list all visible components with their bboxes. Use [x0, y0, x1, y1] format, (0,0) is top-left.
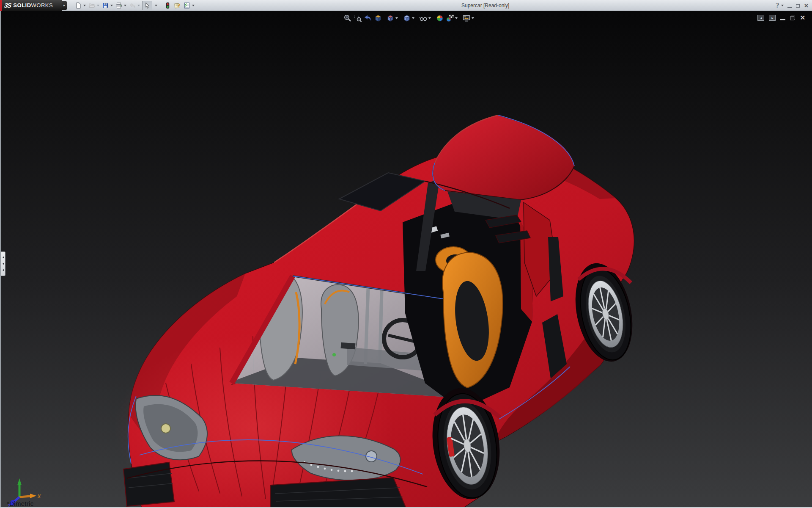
stoplight-icon [164, 2, 171, 9]
dropdown-arrow-icon[interactable] [455, 17, 458, 19]
view-orientation-icon [386, 14, 395, 22]
zoom-to-fit-button[interactable] [343, 14, 352, 22]
graphics-viewport[interactable]: ◄ ► ✕ X Z *Dimetric [0, 11, 812, 508]
printer-icon [115, 2, 123, 9]
select-tool-button[interactable] [142, 1, 152, 10]
new-document-icon [74, 2, 82, 9]
edit-appearance-button[interactable] [436, 14, 444, 22]
dropdown-arrow-icon[interactable] [110, 5, 113, 6]
document-window-controls: ◄ ► ✕ [757, 15, 805, 21]
save-floppy-icon [102, 2, 109, 9]
section-view-icon [374, 14, 382, 22]
dropdown-arrow-icon[interactable] [155, 5, 157, 6]
section-view-button[interactable] [374, 14, 382, 22]
restore-button[interactable] [796, 4, 800, 8]
apply-scene-button[interactable] [446, 14, 458, 22]
stoplight-button[interactable] [164, 2, 171, 9]
undo-button[interactable] [129, 2, 140, 9]
minimize-button[interactable] [787, 7, 792, 8]
collapse-arrow-icon [3, 269, 4, 271]
open-folder-icon [88, 2, 96, 9]
zoom-to-area-button[interactable] [354, 14, 362, 22]
view-settings-button[interactable] [462, 14, 475, 22]
titlebar-controls: ? ✕ [776, 0, 809, 11]
help-button[interactable]: ? [776, 2, 779, 9]
collapse-arrow-icon [3, 262, 4, 265]
feature-tree-collapsed-tab[interactable] [1, 251, 5, 276]
dropdown-arrow-icon[interactable] [83, 5, 86, 6]
edit-appearance-icon [436, 14, 444, 22]
dropdown-arrow-icon[interactable] [137, 5, 140, 6]
zoom-to-area-icon [354, 14, 362, 22]
display-style-icon [403, 14, 411, 22]
view-orientation-button[interactable] [386, 14, 399, 22]
next-window-button[interactable]: ► [769, 15, 776, 21]
help-dropdown-arrow-icon[interactable] [781, 5, 784, 6]
document-restore-button[interactable] [790, 16, 795, 20]
select-tool-dropdown[interactable] [154, 5, 157, 6]
view-settings-icon [462, 14, 471, 22]
brand-solid: SOLID [13, 2, 31, 8]
dropdown-arrow-icon[interactable] [124, 5, 126, 6]
dropdown-arrow-icon[interactable] [472, 17, 474, 19]
brand-works: WORKS [31, 2, 53, 8]
previous-view-icon [364, 14, 372, 22]
save-button[interactable] [102, 2, 113, 9]
car-model[interactable] [114, 115, 641, 508]
select-cursor-icon [143, 2, 151, 9]
open-button[interactable] [88, 2, 99, 9]
options-checklist-icon [183, 2, 191, 9]
close-button[interactable]: ✕ [804, 3, 809, 9]
menu-expand-button[interactable]: ▸ [62, 1, 67, 10]
collapse-arrow-icon [3, 256, 4, 259]
car-model-canvas[interactable] [0, 11, 812, 508]
dropdown-arrow-icon[interactable] [428, 17, 431, 19]
dropdown-arrow-icon[interactable] [395, 17, 398, 19]
print-button[interactable] [115, 2, 126, 9]
view-orientation-label: *Dimetric [7, 500, 34, 507]
document-close-button[interactable]: ✕ [800, 15, 805, 21]
new-document-button[interactable] [74, 2, 86, 9]
dropdown-arrow-icon[interactable] [97, 5, 99, 6]
zoom-to-fit-icon [343, 14, 352, 22]
dropdown-arrow-icon[interactable] [192, 5, 195, 6]
previous-view-button[interactable] [364, 14, 372, 22]
dropdown-arrow-icon[interactable] [412, 17, 414, 19]
design-binder-button[interactable] [173, 2, 181, 9]
standard-toolbar [74, 0, 197, 11]
previous-window-button[interactable]: ◄ [757, 15, 764, 21]
triad-x-axis [19, 496, 30, 497]
display-style-button[interactable] [403, 14, 415, 22]
document-minimize-button[interactable] [780, 19, 785, 20]
hide-show-items-button[interactable] [419, 14, 432, 22]
headsup-view-toolbar [343, 13, 477, 23]
dassault-3s-logo-icon: 3S [4, 2, 12, 9]
main-titlebar: 3S SOLIDWORKS ▸ [0, 0, 812, 11]
undo-arrow-icon [129, 2, 136, 9]
triad-x-label: X [37, 493, 41, 500]
solidworks-logo: 3S SOLIDWORKS ▸ [0, 0, 62, 11]
document-title: Supercar [Read-only] [461, 3, 509, 8]
design-binder-icon [173, 2, 181, 9]
apply-scene-icon [446, 14, 454, 22]
hide-show-items-icon [419, 14, 428, 22]
options-button[interactable] [183, 2, 195, 9]
